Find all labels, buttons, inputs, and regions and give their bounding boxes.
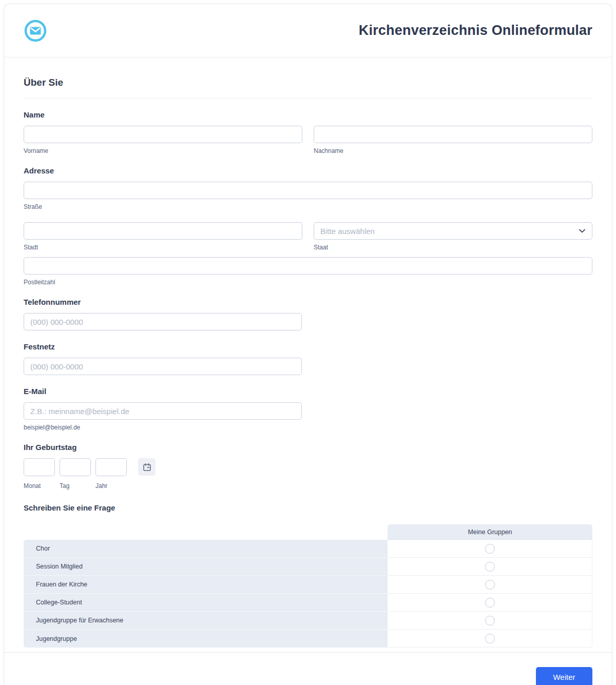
question-table-rows: ChorSession MitgliedFrauen der KircheCol…: [24, 540, 592, 648]
table-row: Frauen der Kirche: [24, 576, 592, 594]
form-body: Über Sie Name Vorname Nachname Adresse S…: [4, 57, 612, 648]
tag-sublabel: Tag: [60, 482, 91, 490]
group-label: Jugendgruppe für Erwachsene: [24, 612, 388, 630]
section-divider: [24, 98, 592, 99]
stadt-input[interactable]: [24, 222, 302, 240]
question-table: Meine Gruppen ChorSession MitgliedFrauen…: [24, 524, 592, 648]
jahr-input[interactable]: [95, 458, 127, 476]
group-radio-cell[interactable]: [388, 630, 592, 648]
name-label: Name: [24, 110, 592, 119]
postleitzahl-input[interactable]: [24, 257, 592, 275]
next-button[interactable]: Weiter: [536, 667, 592, 685]
chevron-down-icon: [579, 228, 586, 233]
table-row: College-Student: [24, 594, 592, 612]
frage-label: Schreiben Sie eine Frage: [24, 503, 592, 512]
radio-button[interactable]: [485, 598, 495, 608]
envelope-icon: [24, 19, 47, 43]
staat-select[interactable]: Bitte auswählen: [314, 222, 592, 240]
telefon-input[interactable]: [24, 313, 302, 330]
telefonnummer-label: Telefonnummer: [24, 298, 592, 306]
email-helper: beispiel@beispiel.de: [24, 424, 592, 431]
table-row: Jugendgruppe für Erwachsene: [24, 612, 592, 630]
email-input[interactable]: [24, 402, 302, 420]
radio-button[interactable]: [485, 616, 495, 625]
table-row: Jugendgruppe: [24, 630, 592, 648]
group-label: Frauen der Kirche: [24, 576, 388, 594]
form-footer: Weiter: [4, 652, 612, 685]
radio-button[interactable]: [485, 562, 495, 572]
monat-input[interactable]: [24, 458, 55, 476]
table-row: Chor: [24, 540, 592, 558]
radio-button[interactable]: [485, 544, 495, 554]
email-label: E-Mail: [24, 387, 592, 396]
festnetz-label: Festnetz: [24, 342, 592, 351]
staat-placeholder: Bitte auswählen: [320, 227, 375, 236]
calendar-button[interactable]: [138, 458, 156, 476]
staat-sublabel: Staat: [314, 244, 592, 251]
group-radio-cell[interactable]: [388, 558, 592, 576]
strasse-sublabel: Straße: [24, 203, 592, 210]
stadt-sublabel: Stadt: [24, 244, 302, 251]
strasse-input[interactable]: [24, 182, 592, 199]
form-card: Kirchenverzeichnis Onlineformular Über S…: [4, 4, 612, 685]
group-radio-cell[interactable]: [388, 612, 592, 630]
nachname-input[interactable]: [314, 126, 592, 143]
section-title: Über Sie: [24, 77, 592, 88]
calendar-icon: [143, 463, 151, 472]
geburtstag-label: Ihr Geburtstag: [24, 443, 592, 452]
group-label: Jugendgruppe: [24, 630, 388, 648]
radio-button[interactable]: [485, 634, 495, 643]
vorname-input[interactable]: [24, 126, 302, 143]
adresse-label: Adresse: [24, 166, 592, 175]
table-row: Session Mitglied: [24, 558, 592, 576]
group-label: Session Mitglied: [24, 558, 388, 576]
table-column-header: Meine Gruppen: [388, 524, 592, 540]
postleitzahl-sublabel: Postleitzahl: [24, 279, 592, 286]
monat-sublabel: Monat: [24, 482, 55, 490]
group-radio-cell[interactable]: [388, 576, 592, 594]
group-radio-cell[interactable]: [388, 594, 592, 612]
page-title: Kirchenverzeichnis Onlineformular: [359, 23, 592, 38]
group-label: College-Student: [24, 594, 388, 612]
group-label: Chor: [24, 540, 388, 558]
jahr-sublabel: Jahr: [95, 482, 127, 490]
form-header: Kirchenverzeichnis Onlineformular: [4, 4, 612, 57]
vorname-sublabel: Vorname: [24, 147, 302, 154]
radio-button[interactable]: [485, 580, 495, 590]
nachname-sublabel: Nachname: [314, 147, 592, 154]
group-radio-cell[interactable]: [388, 540, 592, 558]
festnetz-input[interactable]: [24, 358, 302, 375]
tag-input[interactable]: [60, 458, 91, 476]
